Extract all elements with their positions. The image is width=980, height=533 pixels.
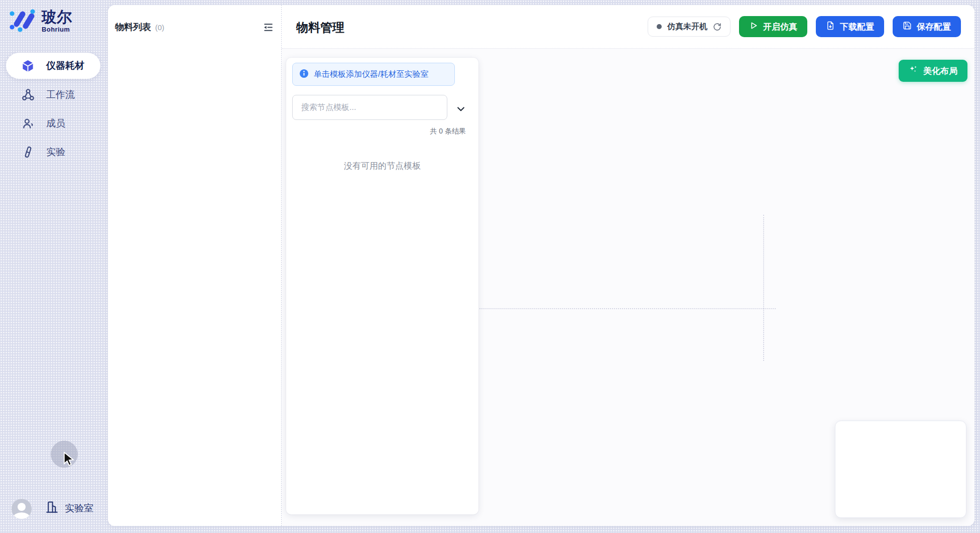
collapse-panel-button[interactable] (262, 21, 274, 33)
chevron-down-icon[interactable] (455, 103, 467, 115)
start-simulation-button[interactable]: 开启仿真 (739, 16, 807, 37)
header-controls: 仿真未开机 (648, 16, 961, 37)
sidebar-item-label: 实验室 (65, 502, 93, 515)
sidebar-item-label: 实验 (46, 146, 65, 159)
user-avatar[interactable] (12, 499, 32, 519)
beautify-layout-label: 美化布局 (923, 65, 957, 77)
experiment-icon (21, 146, 35, 159)
material-list-panel: 物料列表 (0) (108, 5, 281, 526)
lab-canvas[interactable]: 单击模板添加仪器/耗材至实验室 共 0 条结果 没有可用的节点模板 (282, 49, 974, 526)
sidebar: 玻尔 Bohrium 仪器耗材 工作流 (0, 0, 107, 533)
sidebar-item-label: 仪器耗材 (46, 59, 84, 72)
content-area: 物料列表 (0) 物料管理 仿真未开机 (108, 5, 974, 526)
beautify-layout-button[interactable]: 美化布局 (899, 60, 967, 82)
sidebar-item-workflow[interactable]: 工作流 (6, 82, 100, 108)
save-config-label: 保存配置 (917, 21, 951, 33)
material-list-title: 物料列表 (115, 21, 151, 33)
main-panel: 物料管理 仿真未开机 (282, 5, 974, 526)
file-download-icon (826, 21, 835, 33)
brand-logo: 玻尔 Bohrium (8, 7, 72, 35)
brand-name-en: Bohrium (42, 26, 72, 33)
building-icon (45, 500, 59, 516)
download-config-label: 下载配置 (840, 21, 874, 33)
material-list-count: (0) (155, 23, 164, 32)
sidebar-item-label: 成员 (46, 117, 65, 130)
search-result-count: 共 0 条结果 (430, 127, 466, 136)
empty-template-message: 没有可用的节点模板 (286, 160, 478, 172)
sparkles-icon (909, 65, 918, 77)
save-config-button[interactable]: 保存配置 (893, 16, 961, 37)
download-config-button[interactable]: 下载配置 (816, 16, 884, 37)
template-search-input[interactable] (292, 95, 447, 120)
refresh-icon[interactable] (713, 23, 721, 31)
brand-name: 玻尔 Bohrium (42, 9, 72, 34)
canvas-guide-line-h (477, 308, 776, 309)
brand-name-cn: 玻尔 (42, 9, 72, 25)
sidebar-item-members[interactable]: 成员 (6, 110, 100, 137)
material-list-header: 物料列表 (0) (115, 21, 274, 33)
node-template-panel: 单击模板添加仪器/耗材至实验室 共 0 条结果 没有可用的节点模板 (286, 58, 478, 514)
start-simulation-label: 开启仿真 (763, 21, 797, 33)
save-icon (903, 21, 912, 33)
members-icon (21, 117, 35, 130)
sidebar-item-instruments[interactable]: 仪器耗材 (6, 53, 100, 79)
sidebar-item-lab[interactable]: 实验室 (45, 500, 93, 516)
main-header: 物料管理 仿真未开机 (282, 5, 974, 49)
mouse-cursor-icon (61, 452, 75, 467)
app-root: 玻尔 Bohrium 仪器耗材 工作流 (0, 0, 980, 533)
template-hint-text: 单击模板添加仪器/耗材至实验室 (314, 69, 428, 80)
canvas-guide-line-v (763, 215, 764, 361)
info-icon (299, 69, 309, 80)
workflow-icon (21, 88, 35, 102)
status-dot-icon (657, 24, 662, 29)
cube-icon (21, 59, 35, 73)
template-hint-banner[interactable]: 单击模板添加仪器/耗材至实验室 (292, 63, 455, 86)
sidebar-item-experiments[interactable]: 实验 (6, 139, 100, 165)
status-label: 仿真未开机 (667, 22, 707, 32)
sidebar-item-label: 工作流 (46, 88, 75, 101)
minimap-panel (835, 421, 966, 518)
page-title: 物料管理 (296, 20, 344, 36)
bohrium-logo-icon (8, 7, 36, 35)
play-icon (749, 21, 758, 33)
simulation-status-pill[interactable]: 仿真未开机 (648, 17, 730, 37)
